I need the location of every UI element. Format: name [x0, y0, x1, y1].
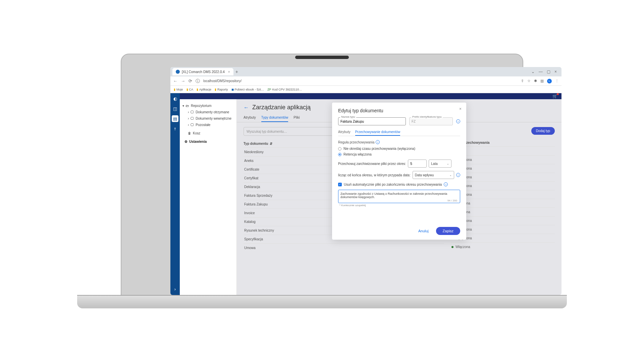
char-counter: 94 / 200 — [447, 199, 459, 202]
modal-tab-attributes[interactable]: Atrybuty — [338, 129, 351, 136]
repository-icon[interactable]: ▤ — [172, 115, 178, 122]
minimize-icon[interactable]: — — [539, 69, 543, 74]
prefix-input — [409, 117, 453, 125]
expand-icon[interactable]: › — [172, 286, 178, 292]
bookmark-item[interactable]: ▮Aplikacje — [197, 88, 211, 91]
tree-item[interactable]: ›🖵Dokumenty otrzymane — [182, 109, 234, 115]
prefix-label: Prefix identyfikatora typu — [411, 115, 443, 118]
modal-tab-storage[interactable]: Przechowywanie dokumentów — [355, 129, 400, 136]
radio-icon — [338, 147, 341, 150]
radio-retention-off[interactable]: Nie określaj czasu przechowywania (wyłąc… — [338, 147, 460, 150]
modal-overlay: × Edytuj typ dokumentu Nazwa typu — [237, 99, 561, 295]
radio-retention-on[interactable]: Retencja włączona — [338, 153, 460, 156]
bookmark-item[interactable]: ◼Pobierz ebook - Szt… — [231, 88, 264, 91]
checkbox-icon: ✓ — [338, 183, 342, 186]
store-period-label: Przechowuj zarchiwizowane pliki przez ok… — [338, 162, 406, 166]
tree-item[interactable]: ›🖵Dokumenty wewnętrzne — [182, 115, 234, 122]
share-icon[interactable]: ⇧ — [521, 79, 524, 83]
avatar-icon[interactable]: L — [547, 79, 552, 83]
maximize-icon[interactable]: ▢ — [547, 69, 550, 74]
rule-section-label: Reguła przechowywania i — [338, 140, 460, 144]
document-icon[interactable]: ◫ — [172, 105, 178, 112]
period-unit-select[interactable]: Lata⌄ — [429, 160, 451, 168]
tab-title: [XL] Comarch DMS 2022.0.4 — [182, 70, 225, 74]
favicon-icon — [176, 70, 180, 74]
bookmark-item[interactable]: ZPKod CPV 39222110… — [267, 88, 302, 91]
bookmark-bar: ▮Moje ▮CA ▮Aplikacje ▮Raporty ◼Pobierz e… — [170, 86, 561, 93]
close-window-icon[interactable]: × — [554, 69, 557, 74]
extensions-icon[interactable]: ✱ — [534, 79, 537, 83]
bookmark-item[interactable]: ▮CA — [186, 88, 194, 91]
count-from-select[interactable]: Data wpływu⌄ — [413, 171, 454, 179]
new-tab-button[interactable]: + — [235, 69, 238, 74]
star-icon[interactable]: ☆ — [527, 79, 531, 83]
description-textarea[interactable]: Zachowanie zgodności z Ustawą o Rachunko… — [338, 190, 460, 203]
browser-tab-strip: [XL] Comarch DMS 2022.0.4 × + ⌄ — ▢ × — [170, 67, 561, 76]
required-note: * Koniecznie uzupełnij — [338, 204, 460, 207]
save-button[interactable]: Zapisz — [436, 227, 460, 235]
tree-item[interactable]: ›🖵Pozostałe — [182, 122, 234, 128]
info-icon[interactable]: i — [376, 140, 380, 144]
notification-badge — [557, 93, 559, 95]
close-icon[interactable]: × — [459, 107, 462, 111]
modal-title: Edytuj typ dokumentu — [338, 108, 460, 113]
edit-document-type-modal: × Edytuj typ dokumentu Nazwa typu — [332, 103, 466, 240]
info-icon[interactable]: i — [444, 182, 448, 186]
reload-icon[interactable]: ⟳ — [189, 78, 192, 83]
auto-delete-checkbox[interactable]: ✓ Usuń automatycznie pliki po zakończeni… — [338, 182, 460, 186]
url-bar: ← → ⟳ ⓘ localhost/DMS/repository/ ⇧ ☆ ✱ … — [170, 76, 561, 86]
info-icon[interactable]: i — [456, 119, 460, 123]
back-icon[interactable]: ← — [173, 78, 177, 83]
tree-settings[interactable]: ⚙Ustawienia — [182, 138, 234, 145]
tree-root[interactable]: ▾🗁Repozytorium — [182, 103, 234, 109]
bookmark-item[interactable]: ▮Moje — [174, 88, 183, 91]
close-icon[interactable]: × — [228, 70, 230, 74]
menu-icon[interactable]: ⋮ — [555, 79, 559, 83]
info-icon[interactable]: ⓘ — [196, 78, 200, 84]
chart-icon[interactable]: ⫯ — [172, 125, 178, 132]
tree-panel: ▾🗁Repozytorium ›🖵Dokumenty otrzymane ›🖵D… — [180, 99, 237, 295]
app-sidebar: ◐ ◫ ▤ ⫯ › — [170, 93, 180, 295]
radio-icon — [338, 153, 341, 156]
logo-icon[interactable]: ◐ — [172, 95, 178, 102]
tree-trash[interactable]: 🗑Kosz — [182, 130, 234, 136]
name-label: Nazwa typu — [340, 115, 356, 118]
info-icon[interactable]: i — [456, 173, 460, 177]
chevron-down-icon[interactable]: ⌄ — [531, 69, 535, 74]
period-value-input[interactable] — [408, 160, 427, 168]
url-text[interactable]: localhost/DMS/repository/ — [203, 79, 518, 83]
browser-tab[interactable]: [XL] Comarch DMS 2022.0.4 × — [172, 68, 233, 75]
list-icon[interactable]: ▥ — [540, 79, 544, 83]
name-input[interactable] — [338, 117, 406, 125]
bookmark-item[interactable]: ▮Raporty — [215, 88, 228, 91]
app-top-band: 🛒 — [180, 93, 561, 99]
cancel-button[interactable]: Anuluj — [415, 227, 432, 235]
count-from-label: licząc od końca okresu, w którym przypad… — [338, 173, 411, 177]
forward-icon[interactable]: → — [181, 78, 185, 83]
